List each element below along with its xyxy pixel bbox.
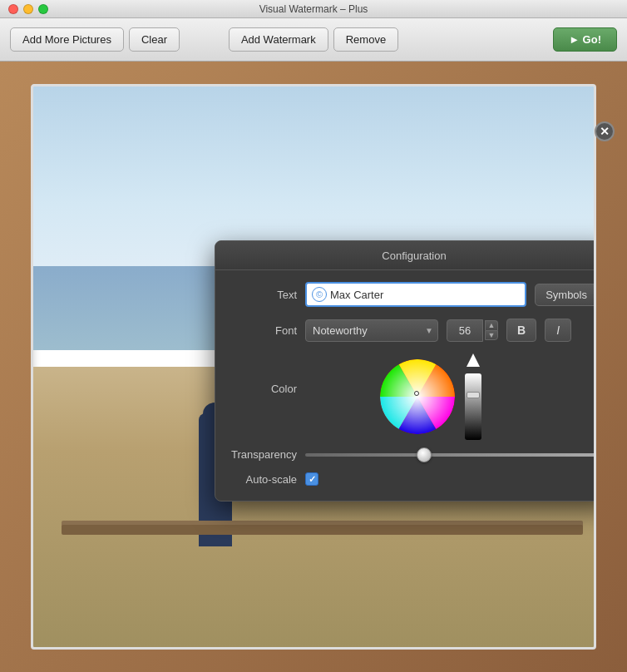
text-input[interactable] (330, 289, 520, 301)
close-button[interactable] (8, 4, 18, 14)
autoscale-row: Auto-scale (230, 472, 594, 486)
text-input-wrapper: © (305, 282, 526, 307)
config-body: Text © Symbols Font Noteworthy (215, 270, 594, 501)
color-row: Color (230, 353, 594, 440)
autoscale-label: Auto-scale (230, 473, 297, 486)
clear-button[interactable]: Clear (129, 27, 180, 52)
main-content: ✕ Configuration (0, 62, 627, 672)
maximize-button[interactable] (38, 4, 48, 14)
traffic-lights (8, 4, 48, 14)
size-stepper: ▲ ▼ (485, 320, 498, 340)
add-pictures-button[interactable]: Add More Pictures (10, 27, 124, 52)
font-label: Font (230, 324, 297, 337)
size-input-wrapper: ▲ ▼ (447, 319, 498, 342)
eyedropper-icon (467, 353, 480, 367)
bold-button[interactable]: B (506, 319, 536, 342)
toolbar: Add More Pictures Clear Add Watermark Re… (0, 18, 627, 62)
transparency-label: Transparency (230, 448, 297, 461)
text-label: Text (230, 289, 297, 301)
toolbar-left: Add More Pictures Clear (10, 27, 222, 52)
bench-seat-front (62, 525, 583, 535)
photo-frame: Configuration Text © Symbols Font (31, 84, 596, 650)
brightness-slider-container (465, 353, 481, 440)
font-select-wrapper: Noteworthy Arial Helvetica Times New Rom… (305, 319, 438, 342)
color-label: Color (230, 353, 297, 395)
symbols-button[interactable]: Symbols (535, 284, 594, 306)
minimize-button[interactable] (23, 4, 33, 14)
config-title-bar: Configuration (215, 241, 594, 270)
font-size-input[interactable] (447, 319, 483, 342)
text-row: Text © Symbols (230, 282, 594, 307)
title-bar: Visual Watermark – Plus (0, 0, 627, 18)
go-button[interactable]: ► Go! (553, 27, 617, 52)
transparency-row: Transparency (230, 448, 594, 461)
font-row: Font Noteworthy Arial Helvetica Times Ne… (230, 319, 594, 342)
color-wheel[interactable] (380, 359, 455, 434)
size-decrement-button[interactable]: ▼ (485, 330, 498, 340)
italic-button[interactable]: I (545, 319, 571, 342)
window-title: Visual Watermark – Plus (259, 3, 368, 15)
add-watermark-button[interactable]: Add Watermark (229, 27, 328, 52)
toolbar-right: ► Go! (405, 27, 617, 52)
close-icon: ✕ (600, 126, 610, 137)
transparency-slider[interactable] (305, 453, 594, 457)
brightness-slider[interactable] (465, 373, 481, 440)
remove-button[interactable]: Remove (333, 27, 398, 52)
color-wheel-svg (380, 359, 455, 434)
toolbar-center: Add Watermark Remove (229, 27, 398, 52)
config-dialog: Configuration Text © Symbols Font (215, 240, 594, 502)
size-increment-button[interactable]: ▲ (485, 320, 498, 330)
svg-point-1 (380, 359, 455, 434)
config-title: Configuration (382, 250, 446, 262)
autoscale-checkbox[interactable] (305, 472, 318, 486)
font-select[interactable]: Noteworthy Arial Helvetica Times New Rom… (305, 319, 438, 342)
preview-close-button[interactable]: ✕ (595, 121, 615, 141)
color-wheel-container (380, 353, 481, 440)
beach-photo: Configuration Text © Symbols Font (33, 86, 594, 647)
copyright-symbol: © (312, 287, 327, 302)
